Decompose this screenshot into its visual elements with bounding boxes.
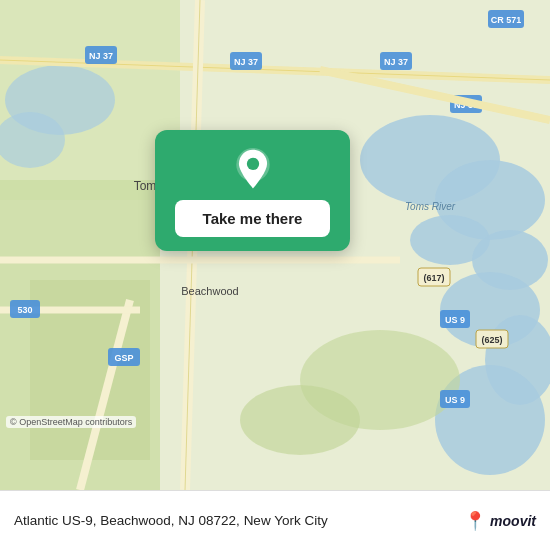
svg-text:(617): (617) <box>423 273 444 283</box>
svg-text:US 9: US 9 <box>445 315 465 325</box>
location-label: Atlantic US-9, Beachwood, NJ 08722, New … <box>14 513 464 528</box>
svg-text:NJ 37: NJ 37 <box>89 51 113 61</box>
svg-point-14 <box>240 385 360 455</box>
map-container: NJ 37 NJ 37 NJ 37 NJ 37 US 9 US 9 GSP 53… <box>0 0 550 490</box>
location-pin-icon <box>231 148 275 192</box>
moovit-wordmark: moovit <box>490 513 536 529</box>
moovit-pin-icon: 📍 <box>464 510 486 532</box>
svg-text:US 9: US 9 <box>445 395 465 405</box>
popup-card: Take me there <box>155 130 350 251</box>
svg-text:Beachwood: Beachwood <box>181 285 239 297</box>
svg-text:Tom: Tom <box>134 179 157 193</box>
svg-text:Toms River: Toms River <box>405 201 456 212</box>
svg-text:GSP: GSP <box>114 353 133 363</box>
svg-text:CR 571: CR 571 <box>491 15 522 25</box>
svg-point-49 <box>246 158 258 170</box>
take-me-there-button[interactable]: Take me there <box>175 200 330 237</box>
svg-text:NJ 37: NJ 37 <box>384 57 408 67</box>
svg-text:530: 530 <box>17 305 32 315</box>
bottom-bar: Atlantic US-9, Beachwood, NJ 08722, New … <box>0 490 550 550</box>
svg-text:NJ 37: NJ 37 <box>234 57 258 67</box>
svg-text:(625): (625) <box>481 335 502 345</box>
osm-attribution: © OpenStreetMap contributors <box>6 416 136 428</box>
moovit-logo: 📍 moovit <box>464 510 536 532</box>
